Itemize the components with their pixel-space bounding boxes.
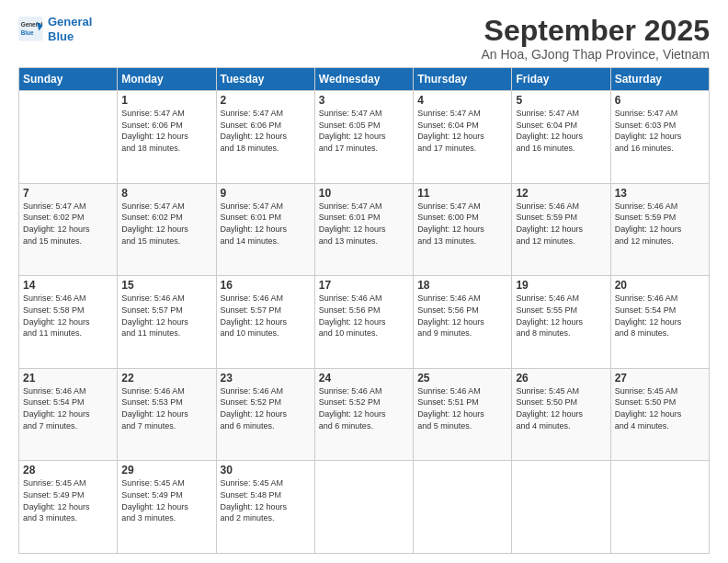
day-number: 3 bbox=[319, 94, 409, 107]
day-number: 17 bbox=[319, 279, 409, 292]
calendar-cell: 26Sunrise: 5:45 AMSunset: 5:50 PMDayligh… bbox=[512, 368, 610, 461]
day-info: Sunrise: 5:46 AMSunset: 5:52 PMDaylight:… bbox=[319, 385, 409, 431]
weekday-header-saturday: Saturday bbox=[610, 68, 709, 91]
calendar-week-row: 7Sunrise: 5:47 AMSunset: 6:02 PMDaylight… bbox=[19, 183, 710, 276]
calendar-cell: 13Sunrise: 5:46 AMSunset: 5:59 PMDayligh… bbox=[610, 183, 709, 276]
calendar-cell: 27Sunrise: 5:45 AMSunset: 5:50 PMDayligh… bbox=[610, 368, 709, 461]
day-number: 14 bbox=[23, 279, 113, 292]
logo-icon: General Blue bbox=[18, 17, 44, 42]
location-subtitle: An Hoa, GJong Thap Province, Vietnam bbox=[481, 47, 710, 62]
calendar-cell: 17Sunrise: 5:46 AMSunset: 5:56 PMDayligh… bbox=[314, 276, 413, 369]
month-title: September 2025 bbox=[481, 15, 710, 47]
day-info: Sunrise: 5:45 AMSunset: 5:48 PMDaylight:… bbox=[221, 477, 311, 523]
day-number: 8 bbox=[121, 187, 211, 200]
calendar-cell: 16Sunrise: 5:46 AMSunset: 5:57 PMDayligh… bbox=[216, 276, 314, 369]
weekday-header-thursday: Thursday bbox=[414, 68, 512, 91]
day-number: 1 bbox=[121, 94, 211, 107]
day-info: Sunrise: 5:47 AMSunset: 6:06 PMDaylight:… bbox=[121, 108, 211, 154]
weekday-header-tuesday: Tuesday bbox=[216, 68, 314, 91]
calendar-week-row: 28Sunrise: 5:45 AMSunset: 5:49 PMDayligh… bbox=[19, 461, 710, 554]
day-number: 29 bbox=[121, 464, 211, 477]
calendar-cell bbox=[512, 461, 610, 554]
calendar-cell: 4Sunrise: 5:47 AMSunset: 6:04 PMDaylight… bbox=[414, 91, 512, 184]
calendar-cell bbox=[19, 91, 118, 184]
day-info: Sunrise: 5:47 AMSunset: 6:06 PMDaylight:… bbox=[221, 108, 311, 154]
day-info: Sunrise: 5:46 AMSunset: 5:53 PMDaylight:… bbox=[121, 385, 211, 431]
day-info: Sunrise: 5:45 AMSunset: 5:49 PMDaylight:… bbox=[121, 477, 211, 523]
calendar-cell: 18Sunrise: 5:46 AMSunset: 5:56 PMDayligh… bbox=[414, 276, 512, 369]
page-header: General Blue GeneralBlue September 2025 … bbox=[18, 15, 710, 62]
svg-text:Blue: Blue bbox=[21, 29, 34, 35]
weekday-header-wednesday: Wednesday bbox=[314, 68, 413, 91]
day-info: Sunrise: 5:45 AMSunset: 5:50 PMDaylight:… bbox=[615, 385, 705, 431]
day-number: 22 bbox=[121, 372, 211, 385]
day-info: Sunrise: 5:46 AMSunset: 5:56 PMDaylight:… bbox=[319, 293, 409, 339]
day-info: Sunrise: 5:46 AMSunset: 5:55 PMDaylight:… bbox=[516, 293, 606, 339]
calendar-cell: 7Sunrise: 5:47 AMSunset: 6:02 PMDaylight… bbox=[19, 183, 118, 276]
day-number: 10 bbox=[319, 187, 409, 200]
calendar-week-row: 21Sunrise: 5:46 AMSunset: 5:54 PMDayligh… bbox=[19, 368, 710, 461]
day-info: Sunrise: 5:45 AMSunset: 5:50 PMDaylight:… bbox=[516, 385, 606, 431]
day-number: 20 bbox=[615, 279, 705, 292]
calendar-week-row: 14Sunrise: 5:46 AMSunset: 5:58 PMDayligh… bbox=[19, 276, 710, 369]
day-number: 7 bbox=[23, 187, 113, 200]
day-info: Sunrise: 5:46 AMSunset: 5:54 PMDaylight:… bbox=[615, 293, 705, 339]
day-number: 24 bbox=[319, 372, 409, 385]
calendar-cell: 14Sunrise: 5:46 AMSunset: 5:58 PMDayligh… bbox=[19, 276, 118, 369]
calendar-cell bbox=[610, 461, 709, 554]
day-info: Sunrise: 5:46 AMSunset: 5:54 PMDaylight:… bbox=[23, 385, 113, 431]
day-info: Sunrise: 5:47 AMSunset: 6:00 PMDaylight:… bbox=[417, 201, 507, 247]
day-info: Sunrise: 5:46 AMSunset: 5:57 PMDaylight:… bbox=[221, 293, 311, 339]
day-info: Sunrise: 5:47 AMSunset: 6:05 PMDaylight:… bbox=[319, 108, 409, 154]
day-number: 9 bbox=[221, 187, 311, 200]
logo: General Blue GeneralBlue bbox=[18, 15, 92, 43]
calendar-table: SundayMondayTuesdayWednesdayThursdayFrid… bbox=[18, 67, 710, 554]
calendar-cell: 22Sunrise: 5:46 AMSunset: 5:53 PMDayligh… bbox=[118, 368, 216, 461]
calendar-cell: 21Sunrise: 5:46 AMSunset: 5:54 PMDayligh… bbox=[19, 368, 118, 461]
day-info: Sunrise: 5:46 AMSunset: 5:56 PMDaylight:… bbox=[417, 293, 507, 339]
day-info: Sunrise: 5:46 AMSunset: 5:57 PMDaylight:… bbox=[121, 293, 211, 339]
day-number: 25 bbox=[417, 372, 507, 385]
calendar-cell: 25Sunrise: 5:46 AMSunset: 5:51 PMDayligh… bbox=[414, 368, 512, 461]
day-number: 28 bbox=[23, 464, 113, 477]
day-number: 27 bbox=[615, 372, 705, 385]
calendar-cell: 3Sunrise: 5:47 AMSunset: 6:05 PMDaylight… bbox=[314, 91, 413, 184]
calendar-cell: 2Sunrise: 5:47 AMSunset: 6:06 PMDaylight… bbox=[216, 91, 314, 184]
day-info: Sunrise: 5:46 AMSunset: 5:52 PMDaylight:… bbox=[221, 385, 311, 431]
calendar-cell: 1Sunrise: 5:47 AMSunset: 6:06 PMDaylight… bbox=[118, 91, 216, 184]
day-number: 4 bbox=[417, 94, 507, 107]
day-info: Sunrise: 5:47 AMSunset: 6:03 PMDaylight:… bbox=[615, 108, 705, 154]
day-number: 13 bbox=[615, 187, 705, 200]
calendar-cell: 5Sunrise: 5:47 AMSunset: 6:04 PMDaylight… bbox=[512, 91, 610, 184]
day-number: 19 bbox=[516, 279, 606, 292]
day-number: 26 bbox=[516, 372, 606, 385]
day-number: 2 bbox=[221, 94, 311, 107]
calendar-cell: 12Sunrise: 5:46 AMSunset: 5:59 PMDayligh… bbox=[512, 183, 610, 276]
calendar-cell bbox=[414, 461, 512, 554]
day-number: 21 bbox=[23, 372, 113, 385]
calendar-cell: 20Sunrise: 5:46 AMSunset: 5:54 PMDayligh… bbox=[610, 276, 709, 369]
day-info: Sunrise: 5:47 AMSunset: 6:02 PMDaylight:… bbox=[23, 201, 113, 247]
day-number: 12 bbox=[516, 187, 606, 200]
day-info: Sunrise: 5:47 AMSunset: 6:04 PMDaylight:… bbox=[417, 108, 507, 154]
day-number: 6 bbox=[615, 94, 705, 107]
calendar-cell: 28Sunrise: 5:45 AMSunset: 5:49 PMDayligh… bbox=[19, 461, 118, 554]
day-info: Sunrise: 5:45 AMSunset: 5:49 PMDaylight:… bbox=[23, 477, 113, 523]
day-number: 18 bbox=[417, 279, 507, 292]
day-number: 11 bbox=[417, 187, 507, 200]
day-info: Sunrise: 5:47 AMSunset: 6:02 PMDaylight:… bbox=[121, 201, 211, 247]
calendar-cell: 10Sunrise: 5:47 AMSunset: 6:01 PMDayligh… bbox=[314, 183, 413, 276]
calendar-cell: 30Sunrise: 5:45 AMSunset: 5:48 PMDayligh… bbox=[216, 461, 314, 554]
calendar-cell: 29Sunrise: 5:45 AMSunset: 5:49 PMDayligh… bbox=[118, 461, 216, 554]
weekday-header-friday: Friday bbox=[512, 68, 610, 91]
calendar-cell: 8Sunrise: 5:47 AMSunset: 6:02 PMDaylight… bbox=[118, 183, 216, 276]
day-number: 30 bbox=[221, 464, 311, 477]
weekday-header-sunday: Sunday bbox=[19, 68, 118, 91]
day-number: 15 bbox=[121, 279, 211, 292]
calendar-cell: 23Sunrise: 5:46 AMSunset: 5:52 PMDayligh… bbox=[216, 368, 314, 461]
day-info: Sunrise: 5:46 AMSunset: 5:58 PMDaylight:… bbox=[23, 293, 113, 339]
calendar-week-row: 1Sunrise: 5:47 AMSunset: 6:06 PMDaylight… bbox=[19, 91, 710, 184]
calendar-cell: 9Sunrise: 5:47 AMSunset: 6:01 PMDaylight… bbox=[216, 183, 314, 276]
day-number: 23 bbox=[221, 372, 311, 385]
day-info: Sunrise: 5:47 AMSunset: 6:01 PMDaylight:… bbox=[319, 201, 409, 247]
